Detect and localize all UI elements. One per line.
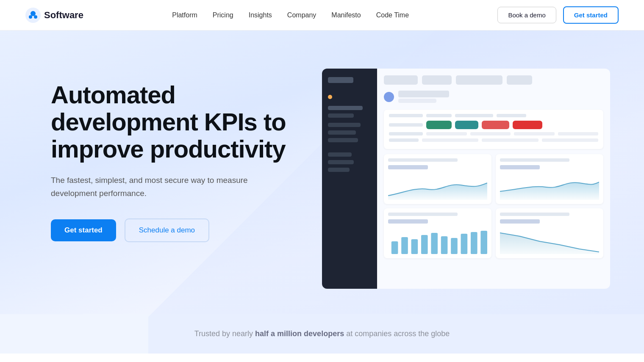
db-card-2 — [496, 154, 603, 204]
db-cell-red-light — [482, 121, 509, 129]
db-sidebar-logo — [328, 77, 353, 83]
db-card-title — [388, 158, 458, 162]
db-cell-text — [389, 138, 419, 142]
db-card-title — [388, 213, 458, 216]
schedule-demo-button[interactable]: Schedule a demo — [125, 218, 209, 242]
hero-right — [297, 64, 610, 289]
db-subtitle-bar — [398, 99, 436, 103]
db-table-header — [389, 114, 598, 117]
db-sidebar-item — [328, 113, 354, 118]
db-card-value — [500, 219, 540, 224]
nav-pricing[interactable]: Pricing — [213, 11, 233, 19]
db-sidebar-item — [328, 138, 358, 142]
trusted-bar: Trusted by nearly half a million develop… — [0, 314, 644, 354]
db-cell-text — [389, 132, 423, 135]
db-cell-text2 — [426, 132, 467, 135]
hero-subtitle: The fastest, simplest, and most secure w… — [51, 174, 254, 200]
db-cell-green — [426, 121, 452, 129]
db-sidebar-dot — [328, 95, 332, 99]
svg-rect-4 — [391, 241, 398, 254]
svg-rect-8 — [431, 233, 438, 254]
db-sidebar-item — [328, 130, 356, 135]
logo-icon — [25, 8, 41, 23]
logo[interactable]: Software — [25, 8, 83, 23]
db-chart-3 — [388, 229, 487, 254]
db-cell-text2 — [542, 138, 598, 142]
get-started-nav-button[interactable]: Get started — [563, 6, 619, 24]
svg-rect-10 — [451, 238, 458, 254]
nav-links: Platform Pricing Insights Company Manife… — [172, 11, 409, 19]
db-th — [389, 114, 423, 117]
db-title-bar — [398, 91, 449, 97]
trusted-suffix: at companies across the globe — [344, 329, 450, 338]
svg-rect-11 — [461, 234, 468, 254]
svg-rect-7 — [421, 235, 428, 254]
db-tab-2 — [422, 75, 452, 85]
trusted-text: Trusted by nearly half a million develop… — [0, 329, 644, 338]
db-chart-1 — [388, 174, 487, 200]
hero-left: Automated development KPIs to improve pr… — [51, 64, 297, 242]
db-cell-teal — [455, 121, 478, 129]
nav-actions: Book a demo Get started — [497, 6, 619, 24]
logo-text: Software — [44, 10, 83, 21]
svg-rect-13 — [480, 231, 487, 254]
hero-section: Automated development KPIs to improve pr… — [0, 30, 644, 354]
nav-platform[interactable]: Platform — [172, 11, 197, 19]
db-tab-4 — [507, 75, 532, 85]
db-th — [426, 114, 452, 117]
db-card-1 — [384, 154, 491, 204]
db-sidebar-item — [328, 152, 352, 157]
db-sidebar-item — [328, 123, 361, 127]
book-demo-button[interactable]: Book a demo — [497, 7, 556, 23]
nav-code-time[interactable]: Code Time — [376, 11, 409, 19]
db-sidebar-item — [328, 160, 354, 164]
hero-inner: Automated development KPIs to improve pr… — [0, 30, 644, 314]
db-chart-4 — [500, 229, 599, 254]
svg-rect-5 — [401, 237, 408, 254]
db-chart-2 — [500, 174, 599, 200]
db-th — [455, 114, 493, 117]
trusted-bold: half a million developers — [255, 329, 344, 338]
db-card-title — [500, 158, 569, 162]
nav-insights[interactable]: Insights — [249, 11, 272, 19]
dashboard-mockup — [322, 69, 610, 289]
db-avatar — [384, 92, 394, 102]
db-card-value — [388, 165, 428, 169]
svg-point-1 — [31, 11, 36, 16]
db-cell-text2 — [482, 138, 538, 142]
db-cell-red — [513, 121, 542, 129]
db-header-row — [384, 91, 603, 103]
db-sidebar-item — [328, 168, 350, 172]
svg-rect-6 — [411, 239, 418, 254]
db-cell-text2 — [558, 132, 599, 135]
db-row — [389, 121, 598, 129]
db-cards — [384, 154, 603, 258]
svg-rect-9 — [441, 236, 448, 254]
db-tab-3 — [456, 75, 502, 85]
db-cell-text2 — [470, 132, 511, 135]
db-table — [384, 110, 603, 149]
db-th — [497, 114, 526, 117]
db-main — [377, 69, 610, 289]
db-card-4 — [496, 208, 603, 258]
db-cell-text2 — [422, 138, 478, 142]
db-cell-text — [389, 123, 423, 127]
db-tab-1 — [384, 75, 418, 85]
db-row — [389, 138, 598, 142]
db-card-3 — [384, 208, 491, 258]
hero-title: Automated development KPIs to improve pr… — [51, 81, 297, 162]
nav-manifesto[interactable]: Manifesto — [331, 11, 361, 19]
db-row — [389, 132, 598, 135]
svg-point-3 — [34, 15, 37, 19]
get-started-hero-button[interactable]: Get started — [51, 219, 116, 241]
db-topbar — [384, 75, 603, 85]
db-cell-text2 — [514, 132, 555, 135]
navbar: Software Platform Pricing Insights Compa… — [0, 0, 644, 30]
nav-company[interactable]: Company — [287, 11, 316, 19]
db-card-title — [500, 213, 569, 216]
svg-rect-12 — [471, 232, 477, 254]
db-sidebar-item — [328, 106, 363, 110]
db-card-value — [388, 219, 428, 224]
hero-buttons: Get started Schedule a demo — [51, 218, 297, 242]
db-card-value — [500, 165, 540, 169]
